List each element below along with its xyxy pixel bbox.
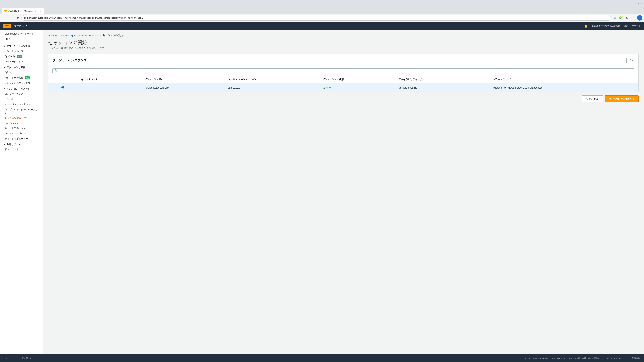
pagination: ‹ 1 › <box>610 58 627 63</box>
next-page-button[interactable]: › <box>621 58 627 63</box>
breadcrumb-level1[interactable]: AWS Systems Manager <box>48 34 75 37</box>
settings-button[interactable]: ⚙ <box>624 15 630 21</box>
col-header-az: アベイラビリティーゾーン <box>395 76 489 83</box>
footer-left: フィードバック 日本語 ▼ <box>4 357 31 360</box>
cancel-button[interactable]: キャンセル <box>582 95 603 102</box>
page-title: セッションの開始 <box>48 39 638 46</box>
row-select-cell[interactable] <box>48 83 77 92</box>
back-button[interactable]: ← <box>2 15 7 21</box>
collapse-icon-3: ▼ <box>3 88 6 90</box>
tab-title: AWS Systems Manager - Session <box>8 10 38 12</box>
panel-header: ターゲットインスタンス ‹ 1 › ↻ <box>48 54 638 66</box>
collapse-icon: ▼ <box>3 45 6 48</box>
sidebar-item-managed-instances[interactable]: マネージドインスタンス <box>0 102 43 107</box>
sidebar-item-state-manager[interactable]: ステートマネージャー <box>0 125 43 131</box>
sidebar-item-compliance[interactable]: コンプライアンス <box>0 91 43 96</box>
status-cell: 実行中 <box>319 83 395 92</box>
breadcrumb-sep2: › <box>100 34 101 37</box>
search-input[interactable] <box>60 69 632 72</box>
sidebar-section-shared[interactable]: ▼ 共有リソース <box>0 141 43 147</box>
prev-page-button[interactable]: ‹ <box>610 58 615 63</box>
col-header-select <box>48 76 77 83</box>
sidebar-item-maintenance[interactable]: メンテナンスウィンドウ <box>0 80 43 86</box>
aws-logo: aws <box>3 23 11 28</box>
agent-version-cell: 2.3.1319.0 <box>224 83 319 92</box>
bookmark-button[interactable]: ☆ <box>612 15 618 21</box>
breadcrumb-current: セッションの開始 <box>103 34 123 37</box>
platform-cell: Microsoft Windows Server 2019 Datacenter <box>489 83 638 92</box>
status-badge: 実行中 <box>323 86 334 89</box>
notifications-icon[interactable]: 🔔 <box>584 24 588 28</box>
sidebar-item-run-command[interactable]: Run Command <box>0 121 43 125</box>
sidebar: CloudWatchダッシュボート PHD ▼ アプリケーション管理 リソースグ… <box>0 30 43 355</box>
target-instances-panel: ターゲットインスタンス ‹ 1 › ↻ 🔍 <box>48 54 638 92</box>
col-header-platform: プラットフォーム <box>489 76 638 83</box>
sidebar-section-app-management[interactable]: ▼ アプリケーション管理 <box>0 43 43 49</box>
radio-button[interactable] <box>61 86 64 89</box>
topnav-right: 🔔 kazaana @ 5769-5092-0858 東京 サポート <box>584 24 641 28</box>
minimize-button[interactable]: ─ <box>634 2 636 5</box>
lang-chevron-icon: ▼ <box>29 357 31 360</box>
extension-button[interactable]: 🧩 <box>618 15 624 21</box>
sidebar-item-phd[interactable]: PHD <box>0 36 43 41</box>
feedback-link[interactable]: フィードバック <box>4 357 19 360</box>
start-session-button[interactable]: セッションを開始する <box>605 95 638 102</box>
region-label[interactable]: 東京 <box>624 24 628 28</box>
sidebar-item-patch-manager[interactable]: パッチマネージャー <box>0 131 43 136</box>
status-label: 実行中 <box>326 86 334 89</box>
aws-footer: フィードバック 日本語 ▼ © 2008 - 2020, Amazon Web … <box>0 355 644 362</box>
language-selector[interactable]: 日本語 ▼ <box>22 357 31 360</box>
new-tab-button[interactable]: + <box>45 8 51 14</box>
sidebar-item-automation[interactable]: 自動化 <box>0 70 43 75</box>
account-label[interactable]: kazaana @ 5769-5092-0858 <box>591 24 621 27</box>
footer-right: © 2008 - 2020, Amazon Web Services, Inc.… <box>526 357 640 360</box>
privacy-policy-link[interactable]: プライバシーポリシー <box>606 357 628 360</box>
status-running-icon <box>323 87 325 89</box>
active-tab[interactable]: aws AWS Systems Manager - Session ✕ <box>2 8 44 14</box>
sidebar-item-cloudwatch[interactable]: CloudWatchダッシュボート <box>0 31 43 36</box>
reload-button[interactable]: ↻ <box>15 15 20 21</box>
sidebar-item-documents[interactable]: ドキュメント <box>0 147 43 152</box>
action-bar: キャンセル セッションを開始する <box>48 92 638 102</box>
sidebar-section-actions[interactable]: ▼ アクションと変更 <box>0 64 43 70</box>
breadcrumb-level2[interactable]: Session Manager <box>79 34 99 37</box>
refresh-button[interactable]: ↻ <box>628 57 634 63</box>
breadcrumb-sep1: › <box>77 34 78 37</box>
col-header-name: インスタンス名 <box>77 76 141 83</box>
instance-id-cell: i-00fae472d613f81b9 <box>141 83 224 92</box>
search-container: 🔍 <box>48 66 638 76</box>
extensions-button[interactable]: ⋮ <box>631 15 636 21</box>
col-header-id: インスタンス ID <box>141 76 224 83</box>
sidebar-item-hybrid-activation[interactable]: ハイブリッドアクティベーション <box>0 107 43 116</box>
table-row[interactable]: i-00fae472d613f81b9 2.3.1319.0 実行中 ap-no… <box>48 83 638 92</box>
services-chevron-icon: ▼ <box>25 24 28 27</box>
sidebar-divider <box>0 42 43 42</box>
services-menu-button[interactable]: サービス ▼ <box>14 24 28 28</box>
az-cell: ap-northeast-1a <box>395 83 489 92</box>
services-label: サービス <box>14 24 24 28</box>
table-header-row: インスタンス名 インスタンス ID エージェントのバージョン インスタンスの状態… <box>48 76 638 83</box>
sidebar-item-session-manager[interactable]: セッションマネージャー <box>0 116 43 121</box>
page-subtitle: セッションを起動するインスタンスを選択します <box>48 46 638 50</box>
profile-button[interactable]: H <box>637 15 642 21</box>
search-icon: 🔍 <box>54 69 58 72</box>
sidebar-item-parameter-store[interactable]: パラメータストア <box>0 59 43 64</box>
col-header-agent: エージェントのバージョン <box>224 76 319 83</box>
sidebar-item-calendar[interactable]: カレンダーの変更 新規 <box>0 75 43 80</box>
main-content: AWS Systems Manager › Session Manager › … <box>43 30 644 355</box>
aws-topnav: aws サービス ▼ 🔔 kazaana @ 5769-5092-0858 東京… <box>0 22 644 30</box>
forward-button[interactable]: → <box>8 15 14 21</box>
address-bar[interactable] <box>22 15 611 21</box>
maximize-button[interactable]: □ <box>637 2 638 5</box>
sidebar-section-instances[interactable]: ▼ インスタンスとノード <box>0 86 43 91</box>
sidebar-item-inventory[interactable]: インベントリ <box>0 96 43 102</box>
sidebar-item-resource-groups[interactable]: リソースグループ <box>0 49 43 54</box>
close-button[interactable]: ✕ <box>640 2 642 5</box>
sidebar-item-distributor[interactable]: ディストリビューター <box>0 136 43 141</box>
instance-name-cell <box>77 83 141 92</box>
sidebar-item-appconfig[interactable]: AppConfig 新規 <box>0 54 43 59</box>
tab-close-icon[interactable]: ✕ <box>40 9 42 13</box>
tab-favicon: aws <box>4 10 7 12</box>
support-label[interactable]: サポート <box>632 24 641 28</box>
terms-link[interactable]: 利用規約 <box>632 357 640 360</box>
